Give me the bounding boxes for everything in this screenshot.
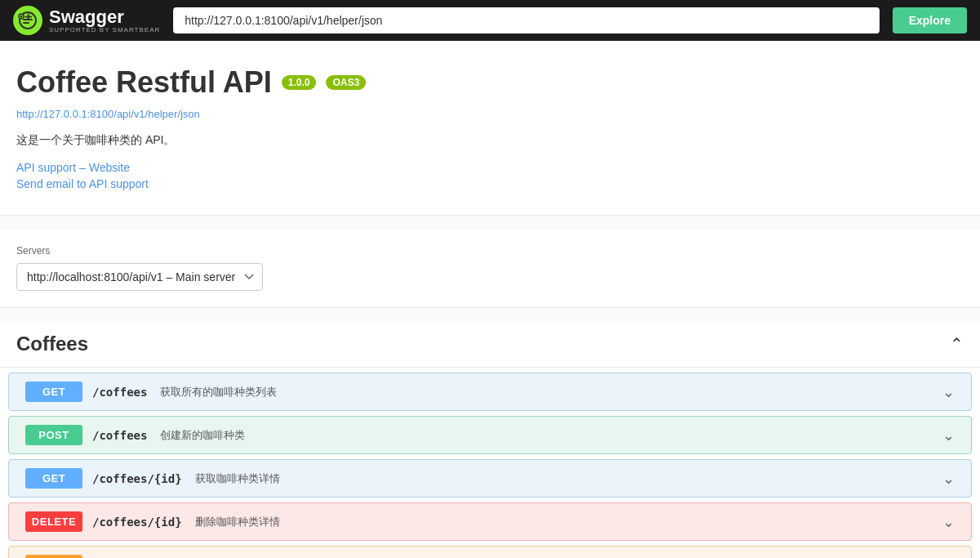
explore-button[interactable]: Explore [893, 7, 967, 33]
endpoint-path: /coffees [92, 386, 147, 399]
api-title: Coffee Restful API [16, 65, 272, 100]
endpoint-description: 删除咖啡种类详情 [195, 515, 280, 529]
endpoint-row[interactable]: DELETE/coffees/{id}删除咖啡种类详情⌄ [8, 502, 972, 541]
support-website-link[interactable]: API support – Website [16, 161, 964, 174]
main-content: Coffee Restful API 1.0.0 OAS3 http://127… [0, 41, 980, 558]
endpoint-row-left: POST/coffees创建新的咖啡种类 [25, 425, 245, 445]
servers-section: Servers http://localhost:8100/api/v1 – M… [0, 229, 980, 308]
endpoint-row[interactable]: GET/coffees/{id}获取咖啡种类详情⌄ [8, 459, 972, 498]
endpoint-expand-chevron-icon: ⌄ [942, 383, 955, 401]
logo-text: Swagger Supported by SMARTBEAR [49, 8, 160, 33]
svg-point-6 [20, 16, 23, 18]
coffees-section-title: Coffees [16, 333, 88, 355]
endpoints-list: GET/coffees获取所有的咖啡种类列表⌄POST/coffees创建新的咖… [0, 373, 980, 558]
endpoint-row[interactable]: PUT/coffees/{id}更新咖啡种类详情⌄ [8, 546, 972, 558]
app-header: ⁺ Swagger Supported by SMARTBEAR Explore [0, 0, 980, 41]
method-badge-get: GET [25, 468, 82, 489]
logo-area: ⁺ Swagger Supported by SMARTBEAR [13, 6, 160, 35]
endpoint-row-left: DELETE/coffees/{id}删除咖啡种类详情 [25, 511, 280, 532]
svg-rect-4 [23, 22, 29, 24]
oas-badge: OAS3 [326, 75, 366, 90]
endpoint-row-left: GET/coffees获取所有的咖啡种类列表 [25, 382, 277, 402]
endpoints-section: Coffees ⌃ GET/coffees获取所有的咖啡种类列表⌄POST/co… [0, 321, 980, 558]
endpoint-row[interactable]: GET/coffees获取所有的咖啡种类列表⌄ [8, 373, 972, 411]
api-description: 这是一个关于咖啡种类的 API。 [16, 133, 964, 148]
endpoint-expand-chevron-icon: ⌄ [942, 470, 955, 488]
endpoint-description: 获取所有的咖啡种类列表 [160, 385, 277, 400]
endpoint-path: /coffees/{id} [92, 472, 182, 485]
endpoint-row[interactable]: POST/coffees创建新的咖啡种类⌄ [8, 416, 972, 454]
method-badge-post: POST [25, 425, 82, 445]
logo-subtitle: Supported by SMARTBEAR [49, 26, 160, 33]
svg-rect-3 [23, 19, 33, 20]
servers-label: Servers [16, 245, 964, 257]
endpoint-description: 获取咖啡种类详情 [195, 471, 280, 486]
swagger-logo-icon: ⁺ [13, 6, 42, 35]
support-links: API support – Website Send email to API … [16, 161, 964, 190]
method-badge-put: PUT [25, 555, 82, 558]
url-input[interactable] [173, 7, 879, 33]
info-section: Coffee Restful API 1.0.0 OAS3 http://127… [0, 41, 980, 216]
method-badge-get: GET [25, 382, 82, 402]
endpoint-row-left: PUT/coffees/{id}更新咖啡种类详情 [25, 555, 280, 558]
endpoint-description: 创建新的咖啡种类 [160, 428, 245, 443]
support-email-link[interactable]: Send email to API support [16, 177, 964, 190]
api-url-link[interactable]: http://127.0.0.1:8100/api/v1/helper/json [16, 108, 964, 120]
endpoint-path: /coffees/{id} [92, 516, 182, 529]
coffees-section-header[interactable]: Coffees ⌃ [0, 321, 980, 368]
version-badge: 1.0.0 [282, 75, 317, 90]
logo-title: Swagger [49, 8, 160, 26]
api-title-row: Coffee Restful API 1.0.0 OAS3 [16, 65, 964, 100]
endpoint-row-left: GET/coffees/{id}获取咖啡种类详情 [25, 468, 280, 489]
servers-select[interactable]: http://localhost:8100/api/v1 – Main serv… [16, 263, 263, 291]
endpoint-path: /coffees [92, 429, 147, 442]
method-badge-delete: DELETE [25, 511, 82, 532]
endpoint-expand-chevron-icon: ⌄ [942, 426, 955, 444]
endpoint-expand-chevron-icon: ⌄ [942, 513, 955, 531]
collapse-chevron-icon: ⌃ [950, 334, 964, 354]
